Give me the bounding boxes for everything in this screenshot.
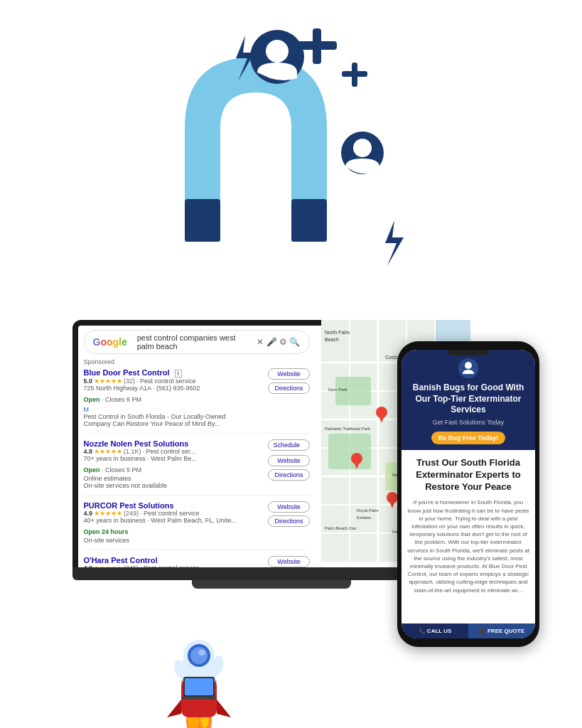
result-buttons-3: Website Directions <box>268 501 309 527</box>
search-result-2: Nozzle Nolen Pest Solutions 4.8 ★★★★★ (1… <box>84 439 310 496</box>
svg-rect-1 <box>291 199 327 242</box>
result-name-4: O'Hara Pest Control <box>84 556 264 564</box>
result-buttons-2: Schedule Website Directions <box>268 439 309 481</box>
svg-text:Palm Beach Zoo: Palm Beach Zoo <box>325 526 357 530</box>
svg-rect-71 <box>185 678 213 695</box>
result-buttons-1: Website Directions <box>268 368 309 394</box>
astronaut-rocket <box>142 586 256 714</box>
svg-point-52 <box>465 362 472 369</box>
google-logo: Google <box>93 336 127 348</box>
result-name-2: Nozzle Nolen Pest Solutions <box>84 439 264 448</box>
phone-call-button[interactable]: 📞 CALL US <box>402 623 468 638</box>
svg-rect-72 <box>181 697 217 700</box>
result-status-3: Open 24 hours <box>84 528 129 535</box>
svg-text:Beach: Beach <box>325 337 339 342</box>
google-search-bar: Google pest control companies west palm … <box>84 330 310 354</box>
svg-text:Palmetto Trailhead Park: Palmetto Trailhead Park <box>325 427 371 431</box>
svg-rect-5 <box>297 41 337 50</box>
schedule-btn-2[interactable]: Schedule <box>268 439 309 451</box>
result-extra-1: Pest Control in South Florida - Our Loca… <box>84 413 264 427</box>
svg-point-66 <box>190 647 208 664</box>
website-btn-4[interactable]: Website <box>268 556 309 567</box>
phone-cta-button[interactable]: Be Bug Free Today! <box>431 432 505 444</box>
search-result-4: O'Hara Pest Control 4.8 ★★★★★ (345) · Pe… <box>84 556 310 567</box>
result-buttons-4: Website Directions <box>268 556 309 567</box>
result-status-1: Open <box>84 396 100 403</box>
svg-text:Estates: Estates <box>357 515 371 520</box>
svg-point-67 <box>198 650 205 655</box>
sponsored-label: Sponsored <box>84 358 310 365</box>
svg-rect-26 <box>328 434 371 469</box>
result-status-2: Open <box>84 466 100 473</box>
result-name-3: PURCOR Pest Solutions <box>84 501 264 510</box>
phone-header-title: Banish Bugs for Good With Our Top-Tier E… <box>409 382 528 416</box>
phone-body: Trust Our South Florida Exterminator Exp… <box>402 450 535 607</box>
directions-btn-3[interactable]: Directions <box>268 515 309 527</box>
website-btn-2[interactable]: Website <box>268 455 309 466</box>
directions-btn-2[interactable]: Directions <box>268 469 309 481</box>
phone-body-title: Trust Our South Florida Exterminator Exp… <box>407 457 529 493</box>
phone-quote-button[interactable]: ⬛ FREE QUOTE <box>468 623 535 638</box>
phone-screen: Banish Bugs for Good With Our Top-Tier E… <box>402 350 535 638</box>
website-btn-1[interactable]: Website <box>268 368 309 380</box>
svg-text:Royal Palm: Royal Palm <box>357 508 379 513</box>
svg-marker-61 <box>167 700 181 717</box>
phone-mockup: Banish Bugs for Good With Our Top-Tier E… <box>397 341 539 647</box>
search-query: pest control companies west palm beach <box>137 333 253 350</box>
svg-text:Dyer Park: Dyer Park <box>328 387 348 392</box>
result-addr-3: 40+ years in business · West Palm Beach,… <box>84 517 264 524</box>
svg-rect-7 <box>342 71 367 77</box>
devices-area: Google pest control companies west palm … <box>0 299 582 728</box>
lead-magnet-illustration <box>142 14 441 284</box>
phone-header: Banish Bugs for Good With Our Top-Tier E… <box>402 350 535 450</box>
phone-header-sub: Get Fast Solutions Today <box>409 419 528 426</box>
result-addr-1: 725 North Highway A1A · (561) 935-9502 <box>84 385 264 392</box>
phone-footer: 📞 CALL US ⬛ FREE QUOTE <box>402 623 535 638</box>
phone-body-text: If you're a homeowner in South Florida, … <box>407 498 529 594</box>
search-result-1: Blue Door Pest Control i 5.0 ★★★★★ (32) … <box>84 368 310 434</box>
astronaut-rocket-svg <box>142 586 256 728</box>
search-results-panel: Google pest control companies west palm … <box>78 326 316 567</box>
svg-rect-0 <box>185 199 220 242</box>
result-addr-2: 70+ years in business · West Palm Be... <box>84 455 264 462</box>
result-name-1: Blue Door Pest Control i <box>84 368 264 378</box>
svg-marker-62 <box>217 700 231 717</box>
illustration-area <box>0 0 582 299</box>
svg-point-10 <box>353 139 372 157</box>
astronaut-icon-small <box>458 358 478 378</box>
directions-btn-1[interactable]: Directions <box>268 382 309 394</box>
result-stars-1: 5.0 ★★★★★ (32) · Pest control service <box>84 378 264 385</box>
svg-text:North Palm: North Palm <box>325 330 350 335</box>
search-result-3: PURCOR Pest Solutions 4.9 ★★★★★ (249) · … <box>84 501 310 550</box>
svg-marker-11 <box>385 220 404 266</box>
result-stars-4: 4.8 ★★★★★ (345) · Pest control service <box>84 564 264 567</box>
result-stars-3: 4.9 ★★★★★ (249) · Pest control service <box>84 510 264 517</box>
result-stars-2: 4.8 ★★★★★ (1.1K) · Pest control ser... <box>84 448 264 455</box>
svg-point-3 <box>266 40 289 63</box>
website-btn-3[interactable]: Website <box>268 501 309 513</box>
search-icons: ✕ 🎤 ⚙ 🔍 <box>257 337 300 347</box>
